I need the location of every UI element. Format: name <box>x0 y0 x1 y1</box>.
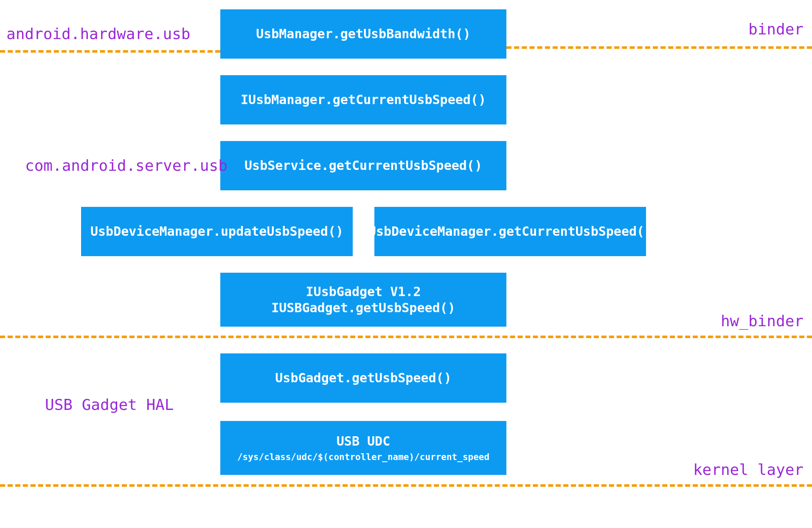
box-text-line2: IUSBGadget.getUsbSpeed() <box>271 300 455 316</box>
dash-hw-binder <box>0 336 812 338</box>
box-iusbgadget-v12: IUsbGadget V1.2 IUSBGadget.getUsbSpeed() <box>220 273 506 327</box>
box-text: IUsbManager.getCurrentUsbSpeed() <box>241 92 486 108</box>
label-binder: binder <box>748 22 804 37</box>
label-hw-binder: hw_binder <box>721 313 804 329</box>
dash-kernel-layer <box>0 484 812 487</box>
label-com-android-server-usb: com.android.server.usb <box>25 158 228 173</box>
box-text-line1: USB UDC <box>337 433 390 449</box>
box-text: UsbDeviceManager.getCurrentUsbSpeed() <box>368 223 652 240</box>
box-iusbmanager-getcurrentusbspeed: IUsbManager.getCurrentUsbSpeed() <box>220 75 506 124</box>
box-usb-udc: USB UDC /sys/class/udc/$(controller_name… <box>220 421 506 475</box>
dash-binder-right <box>506 46 812 49</box>
box-usbmanager-getusbbandwidth: UsbManager.getUsbBandwidth() <box>220 9 506 59</box>
box-usbdevicemanager-updateusbspeed: UsbDeviceManager.updateUsbSpeed() <box>81 207 353 256</box>
box-usbservice-getcurrentusbspeed: UsbService.getCurrentUsbSpeed() <box>220 141 506 190</box>
box-usbdevicemanager-getcurrentusbspeed: UsbDeviceManager.getCurrentUsbSpeed() <box>374 207 646 256</box>
box-text: UsbManager.getUsbBandwidth() <box>256 26 471 42</box>
box-text: UsbDeviceManager.updateUsbSpeed() <box>90 223 343 240</box>
box-text: UsbGadget.getUsbSpeed() <box>275 370 451 386</box>
label-kernel-layer: kernel layer <box>693 462 804 477</box>
dash-binder-left <box>0 50 220 53</box>
box-usbgadget-getusbspeed: UsbGadget.getUsbSpeed() <box>220 353 506 403</box>
label-usb-gadget-hal: USB Gadget HAL <box>45 397 174 412</box>
box-text-line1: IUsbGadget V1.2 <box>306 284 421 300</box>
label-android-hardware-usb: android.hardware.usb <box>6 26 190 42</box>
box-text: UsbService.getCurrentUsbSpeed() <box>244 158 482 174</box>
box-text-line2: /sys/class/udc/$(controller_name)/curren… <box>237 452 489 463</box>
